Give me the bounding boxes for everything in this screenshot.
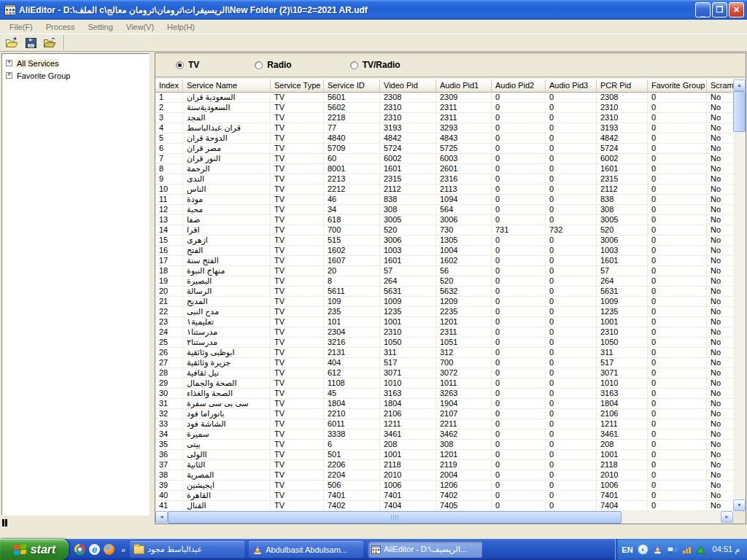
table-cell[interactable]: 2204 [324, 470, 380, 481]
table-cell[interactable]: 21 [155, 297, 183, 307]
table-cell[interactable]: 5602 [324, 103, 380, 113]
table-cell[interactable]: 2310 [380, 327, 436, 338]
table-row[interactable]: 4قران عبدالباسطTV77319332930031930No [155, 123, 733, 133]
table-cell[interactable]: 0 [492, 276, 546, 287]
table-cell[interactable]: ايجيشين [183, 481, 271, 491]
table-cell[interactable]: 4843 [436, 133, 492, 144]
table-row[interactable]: 40القاهرةTV7401740174020074010No [155, 491, 733, 501]
vertical-scrollbar[interactable]: ▲ ▼ [733, 79, 746, 511]
column-header[interactable]: Service ID [324, 79, 380, 93]
table-cell[interactable]: 0 [648, 450, 707, 460]
table-cell[interactable]: 0 [492, 440, 546, 450]
table-cell[interactable]: 18 [155, 266, 183, 276]
table-cell[interactable]: 520 [597, 225, 648, 236]
table-cell[interactable]: 0 [492, 195, 546, 205]
table-cell[interactable]: 3461 [380, 429, 436, 440]
table-cell[interactable]: 0 [546, 256, 597, 266]
table-cell[interactable]: مصر قران [183, 144, 271, 154]
table-cell[interactable]: 838 [380, 195, 436, 205]
column-header[interactable]: PCR Pid [597, 79, 648, 93]
table-cell[interactable]: 45 [324, 389, 380, 399]
table-cell[interactable]: 1001 [380, 450, 436, 460]
table-row[interactable]: 36االولىTV501100112010010010No [155, 450, 733, 460]
column-header[interactable]: Favorite Group [648, 79, 707, 93]
table-cell[interactable]: 24 [155, 327, 183, 338]
table-cell[interactable]: 0 [546, 327, 597, 338]
table-cell[interactable]: TV [271, 93, 324, 103]
table-row[interactable]: 15ازهرىTV515300613050030060No [155, 236, 733, 246]
table-cell[interactable]: 1211 [597, 419, 648, 429]
table-row[interactable]: 34سميرةTV3338346134620034610No [155, 429, 733, 440]
table-cell[interactable]: 1235 [380, 307, 436, 317]
column-header[interactable]: Service Name [183, 79, 271, 93]
table-cell[interactable]: 10 [155, 184, 183, 195]
table-cell[interactable]: 5724 [597, 144, 648, 154]
table-cell[interactable]: 0 [492, 93, 546, 103]
table-cell[interactable]: 0 [492, 470, 546, 481]
table-cell[interactable]: No [707, 348, 733, 358]
table-cell[interactable]: 28 [155, 368, 183, 378]
table-cell[interactable]: السعودية قران [183, 93, 271, 103]
table-cell[interactable]: 264 [380, 276, 436, 287]
table-cell[interactable]: 0 [546, 481, 597, 491]
table-cell[interactable]: 23 [155, 317, 183, 327]
table-cell[interactable]: No [707, 358, 733, 368]
table-cell[interactable]: 264 [597, 276, 648, 287]
table-row[interactable]: 41القنالTV7402740474050074040No [155, 501, 733, 511]
table-cell[interactable]: قران عبدالباسط [183, 123, 271, 133]
table-cell[interactable]: 2004 [436, 470, 492, 481]
table-row[interactable]: 8الرحمةTV8001160126010016010No [155, 164, 733, 174]
table-cell[interactable]: 5 [155, 133, 183, 144]
table-row[interactable]: 28نيل ثقافيةTV612307130720030710No [155, 368, 733, 378]
table-row[interactable]: 27جزيرة وثائقيةTV404517700005170No [155, 358, 733, 368]
table-cell[interactable]: No [707, 133, 733, 144]
table-cell[interactable]: 0 [492, 205, 546, 215]
table-cell[interactable]: 0 [648, 215, 707, 225]
scroll-right-icon[interactable]: ► [721, 511, 733, 523]
table-cell[interactable]: No [707, 501, 733, 511]
table-cell[interactable]: 0 [492, 215, 546, 225]
table-cell[interactable]: 16 [155, 246, 183, 256]
table-cell[interactable]: TV [271, 317, 324, 327]
table-cell[interactable]: 0 [492, 184, 546, 195]
table-cell[interactable]: 312 [436, 348, 492, 358]
table-cell[interactable]: 2 [155, 103, 183, 113]
table-cell[interactable]: 0 [492, 246, 546, 256]
table-row[interactable]: 18منهاج النبوةTV20575600570No [155, 266, 733, 276]
table-cell[interactable]: 1 [155, 93, 183, 103]
table-cell[interactable]: 3263 [436, 389, 492, 399]
table-cell[interactable]: 838 [597, 195, 648, 205]
table-cell[interactable]: 2311 [436, 113, 492, 123]
table-cell[interactable]: 2210 [324, 409, 380, 419]
table-cell[interactable]: 11 [155, 195, 183, 205]
column-header[interactable]: Scrambled [707, 79, 733, 93]
menu-file[interactable]: File(F) [3, 21, 39, 33]
table-cell[interactable]: 0 [546, 297, 597, 307]
table-cell[interactable]: 1001 [597, 450, 648, 460]
close-button[interactable]: ✕ [729, 2, 744, 18]
table-cell[interactable]: 40 [155, 491, 183, 501]
table-cell[interactable]: 308 [597, 205, 648, 215]
table-row[interactable]: 35بيتىTV6208308002080No [155, 440, 733, 450]
table-cell[interactable]: 0 [648, 399, 707, 409]
table-cell[interactable]: 60 [324, 154, 380, 164]
table-cell[interactable]: 0 [492, 389, 546, 399]
table-cell[interactable]: 0 [648, 358, 707, 368]
table-cell[interactable]: 3006 [380, 236, 436, 246]
table-cell[interactable]: الدوحة قران [183, 133, 271, 144]
table-cell[interactable]: 14 [155, 225, 183, 236]
table-cell[interactable]: الندى [183, 174, 271, 184]
table-cell[interactable]: 38 [155, 470, 183, 481]
radio-tv[interactable]: TV [176, 60, 199, 70]
table-cell[interactable]: 517 [380, 358, 436, 368]
table-cell[interactable]: بانوراما فود [183, 409, 271, 419]
table-cell[interactable]: TV [271, 409, 324, 419]
table-cell[interactable]: 0 [648, 470, 707, 481]
table-cell[interactable]: TV [271, 205, 324, 215]
table-cell[interactable]: 6003 [436, 154, 492, 164]
table-cell[interactable]: 0 [648, 103, 707, 113]
table-cell[interactable]: 2206 [324, 460, 380, 470]
table-cell[interactable]: 33 [155, 419, 183, 429]
table-cell[interactable]: 1009 [597, 297, 648, 307]
table-cell[interactable]: TV [271, 358, 324, 368]
